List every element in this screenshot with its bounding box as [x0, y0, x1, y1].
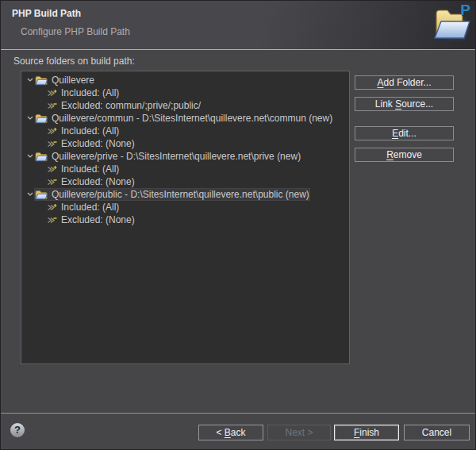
tree-item-label: Included: (All): [61, 163, 119, 175]
inclusion-filter-icon: [47, 127, 57, 136]
tree-item-label: Excluded: (None): [61, 138, 135, 149]
exclusion-filter-icon: [47, 178, 57, 187]
tree-item-included-filter[interactable]: Included: (All): [21, 125, 349, 137]
inclusion-filter-icon: [47, 203, 57, 212]
tree-item-included-filter[interactable]: Included: (All): [21, 201, 349, 213]
wizard-banner: PHP Build Path Configure PHP Build Path …: [1, 1, 475, 49]
link-source-button[interactable]: Link Source...: [355, 97, 454, 111]
tree-item-label: Excluded: commun/;prive/;public/: [61, 100, 201, 111]
tree-item-content: Quillevere: [35, 75, 94, 86]
php-letter-badge: P: [460, 2, 470, 19]
tree-item-source-folder[interactable]: Quillevere/prive - D:\SitesInternet\quil…: [21, 150, 349, 163]
tree-item-content: Quillevere/prive - D:\SitesInternet\quil…: [35, 151, 301, 162]
tree-item-excluded-filter[interactable]: Excluded: (None): [21, 213, 349, 226]
tree-item-content: Quillevere/commun - D:\SitesInternet\qui…: [35, 113, 332, 124]
tree-item-source-folder[interactable]: Quillevere/public - D:\SitesInternet\qui…: [21, 188, 349, 201]
tree-item-excluded-filter[interactable]: Excluded: (None): [21, 137, 349, 150]
side-button-group: Add Folder...Link Source...Edit...Remove: [355, 75, 454, 162]
open-folder-icon: [35, 75, 48, 86]
next-button[interactable]: Next >: [267, 425, 331, 440]
back-button[interactable]: < Back: [198, 425, 263, 440]
footer-separator: [1, 412, 475, 413]
add-folder-button[interactable]: Add Folder...: [355, 75, 454, 90]
tree-item-label: Quillevere/public - D:\SitesInternet\qui…: [52, 189, 309, 200]
tree-item-included-filter[interactable]: Included: (All): [21, 87, 349, 99]
tree-item-source-folder[interactable]: Quillevere/commun - D:\SitesInternet\qui…: [21, 112, 349, 125]
open-folder-icon: [35, 190, 48, 200]
tree-label: Source folders on build path:: [13, 56, 135, 67]
chevron-down-icon: [25, 78, 35, 83]
open-folder-icon: [35, 113, 48, 124]
tree-item-content: Quillevere/public - D:\SitesInternet\qui…: [35, 189, 309, 200]
page-subtitle: Configure PHP Build Path: [21, 26, 130, 37]
edit-button[interactable]: Edit...: [355, 126, 454, 140]
exclusion-filter-icon: [47, 102, 57, 110]
tree-item-source-folder[interactable]: Quillevere: [21, 74, 349, 87]
open-folder-icon: [35, 152, 48, 162]
tree-item-label: Quillevere/commun - D:\SitesInternet\qui…: [52, 113, 332, 124]
chevron-down-icon: [25, 116, 35, 121]
exclusion-filter-icon: [47, 140, 57, 148]
banner-separator: [1, 49, 475, 50]
page-title: PHP Build Path: [12, 8, 81, 19]
tree-item-label: Excluded: (None): [61, 176, 135, 187]
finish-button[interactable]: Finish: [334, 425, 399, 440]
php-build-path-dialog: PHP Build Path Configure PHP Build Path …: [0, 0, 476, 450]
tree-item-label: Excluded: (None): [61, 214, 135, 225]
remove-button[interactable]: Remove: [355, 148, 454, 162]
tree-item-label: Included: (All): [61, 125, 119, 137]
cancel-button[interactable]: Cancel: [404, 425, 470, 440]
chevron-down-icon: [25, 192, 35, 197]
source-folders-tree[interactable]: QuillevereIncluded: (All)Excluded: commu…: [21, 71, 350, 364]
tree-item-label: Included: (All): [61, 87, 119, 98]
help-button[interactable]: ?: [10, 423, 25, 437]
inclusion-filter-icon: [47, 89, 57, 98]
php-build-path-icon: P: [431, 4, 472, 45]
tree-item-label: Quillevere/prive - D:\SitesInternet\quil…: [52, 151, 301, 162]
tree-item-excluded-filter[interactable]: Excluded: (None): [21, 175, 349, 188]
tree-item-included-filter[interactable]: Included: (All): [21, 163, 349, 175]
tree-item-label: Quillevere: [52, 75, 94, 86]
tree-item-label: Included: (All): [61, 202, 119, 213]
tree-item-excluded-filter[interactable]: Excluded: commun/;prive/;public/: [21, 99, 349, 112]
exclusion-filter-icon: [47, 216, 57, 225]
inclusion-filter-icon: [47, 165, 57, 174]
chevron-down-icon: [25, 154, 35, 159]
